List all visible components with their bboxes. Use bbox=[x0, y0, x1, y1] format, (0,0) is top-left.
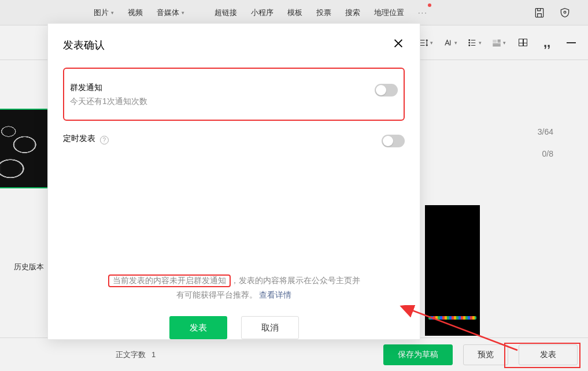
modal-cancel-button[interactable]: 取消 bbox=[241, 316, 299, 339]
publish-confirm-modal: 发表确认 群发通知 今天还有1次通知次数 定时发表 ? bbox=[47, 23, 420, 340]
modal-title: 发表确认 bbox=[63, 38, 105, 52]
broadcast-callout: 群发通知 今天还有1次通知次数 bbox=[63, 68, 405, 121]
broadcast-subtitle: 今天还有1次通知次数 bbox=[70, 97, 375, 107]
footnote-link[interactable]: 查看详情 bbox=[259, 290, 291, 299]
broadcast-toggle[interactable] bbox=[375, 84, 398, 97]
help-icon[interactable]: ? bbox=[100, 136, 109, 144]
schedule-title: 定时发表 ? bbox=[63, 133, 382, 144]
close-icon[interactable] bbox=[392, 37, 405, 53]
schedule-toggle[interactable] bbox=[382, 135, 405, 147]
footnote-highlight: 当前发表的内容未开启群发通知 bbox=[108, 274, 231, 287]
broadcast-title: 群发通知 bbox=[70, 83, 375, 93]
modal-publish-button[interactable]: 发表 bbox=[169, 316, 227, 339]
modal-footnote: 当前发表的内容未开启群发通知，发表的内容将展示在公众号主页并 有可能获得平台推荐… bbox=[63, 273, 405, 302]
